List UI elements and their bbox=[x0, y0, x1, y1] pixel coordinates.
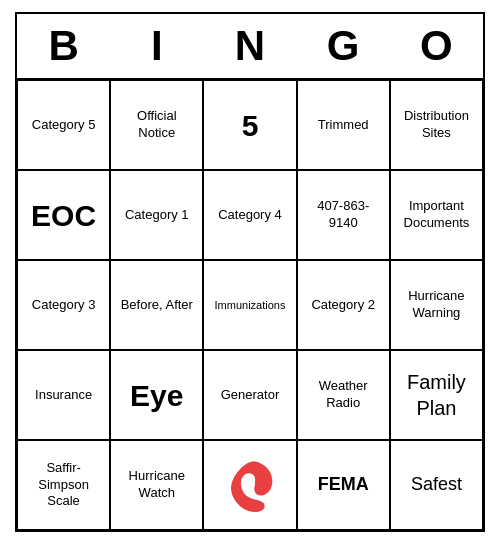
cell-2-1: Before, After bbox=[110, 260, 203, 350]
header-o: O bbox=[392, 22, 480, 70]
cell-0-3: Trimmed bbox=[297, 80, 390, 170]
svg-point-0 bbox=[245, 480, 255, 490]
cell-4-3: FEMA bbox=[297, 440, 390, 530]
cell-4-4: Safest bbox=[390, 440, 483, 530]
header-i: I bbox=[113, 22, 201, 70]
cell-3-1: Eye bbox=[110, 350, 203, 440]
cell-1-2: Category 4 bbox=[203, 170, 296, 260]
cell-3-3: Weather Radio bbox=[297, 350, 390, 440]
header-g: G bbox=[299, 22, 387, 70]
cell-0-1: Official Notice bbox=[110, 80, 203, 170]
cell-0-4: Distribution Sites bbox=[390, 80, 483, 170]
hurricane-icon bbox=[220, 455, 280, 515]
cell-2-2: Immunizations bbox=[203, 260, 296, 350]
cell-3-4: Family Plan bbox=[390, 350, 483, 440]
cell-1-3: 407-863-9140 bbox=[297, 170, 390, 260]
cell-4-2 bbox=[203, 440, 296, 530]
cell-0-0: Category 5 bbox=[17, 80, 110, 170]
cell-1-4: Important Documents bbox=[390, 170, 483, 260]
cell-1-1: Category 1 bbox=[110, 170, 203, 260]
cell-2-0: Category 3 bbox=[17, 260, 110, 350]
cell-4-0: Saffir-Simpson Scale bbox=[17, 440, 110, 530]
cell-0-2: 5 bbox=[203, 80, 296, 170]
bingo-grid: Category 5 Official Notice 5 Trimmed Dis… bbox=[17, 80, 483, 530]
bingo-card: B I N G O Category 5 Official Notice 5 T… bbox=[15, 12, 485, 532]
cell-2-3: Category 2 bbox=[297, 260, 390, 350]
cell-4-1: Hurricane Watch bbox=[110, 440, 203, 530]
bingo-header: B I N G O bbox=[17, 14, 483, 80]
header-n: N bbox=[206, 22, 294, 70]
cell-1-0: EOC bbox=[17, 170, 110, 260]
cell-3-0: Insurance bbox=[17, 350, 110, 440]
header-b: B bbox=[20, 22, 108, 70]
cell-2-4: Hurricane Warning bbox=[390, 260, 483, 350]
cell-3-2: Generator bbox=[203, 350, 296, 440]
